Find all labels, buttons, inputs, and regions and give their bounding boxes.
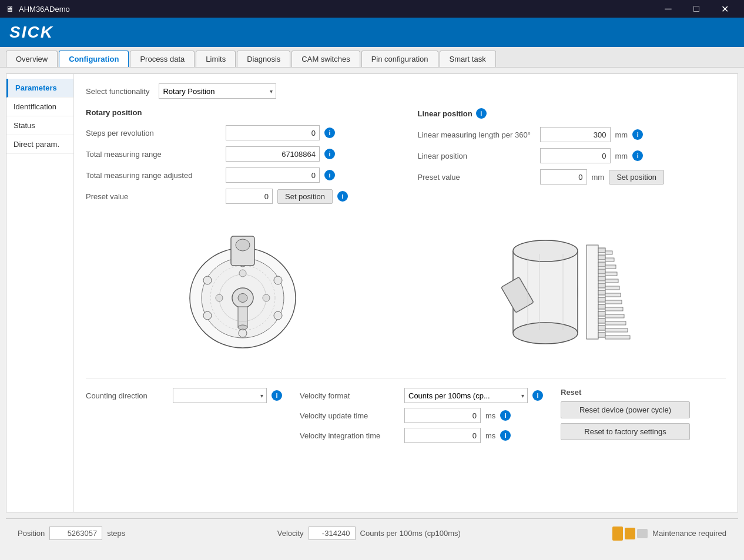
velocity-integration-time-row: Velocity integration time ms i xyxy=(300,428,543,443)
svg-point-6 xyxy=(203,276,212,284)
svg-rect-42 xyxy=(605,265,616,269)
velocity-status-item: Velocity -314240 Counts per 100ms (cp100… xyxy=(277,527,461,540)
app-icon: 🖥 xyxy=(6,4,14,14)
title-bar: 🖥 AHM36ADemo ─ □ ✕ xyxy=(0,0,744,18)
tab-configuration[interactable]: Configuration xyxy=(59,51,129,67)
rotary-section: Rotary position Steps per revolution i T… xyxy=(86,108,394,210)
velocity-integration-time-info-icon[interactable]: i xyxy=(500,430,511,441)
svg-point-3 xyxy=(238,294,247,303)
sidebar-item-direct-param[interactable]: Direct param. xyxy=(6,135,73,154)
title-bar-left: 🖥 AHM36ADemo xyxy=(6,4,70,14)
inner-layout: Parameters Identification Status Direct … xyxy=(6,74,738,512)
reset-factory-button[interactable]: Reset to factory settings xyxy=(561,423,690,440)
svg-point-18 xyxy=(239,270,246,277)
linear-position-info-icon[interactable]: i xyxy=(632,150,643,161)
svg-rect-41 xyxy=(605,258,614,261)
functionality-dropdown-wrapper: Rotary Position Linear Position Velocity… xyxy=(159,83,276,99)
velocity-format-select[interactable]: Counts per 100ms (cp... RPM Hz xyxy=(404,388,528,403)
svg-rect-43 xyxy=(605,272,617,276)
svg-rect-46 xyxy=(605,293,621,297)
content-panel: Select functionality Rotary Position Lin… xyxy=(74,74,738,512)
svg-rect-52 xyxy=(605,336,630,339)
linear-position-unit: mm xyxy=(615,152,628,160)
total-measuring-range-info-icon[interactable]: i xyxy=(324,149,335,159)
brand-bar: SICK xyxy=(0,18,744,47)
rotary-preset-value-input[interactable] xyxy=(226,189,273,204)
linear-position-label: Linear position xyxy=(418,152,535,160)
linear-preset-value-row: Preset value mm Set position xyxy=(418,169,726,185)
total-measuring-range-input[interactable] xyxy=(226,146,320,162)
svg-rect-47 xyxy=(605,300,622,304)
total-measuring-range-label: Total measuring range xyxy=(86,150,221,159)
svg-point-17 xyxy=(263,294,270,301)
total-measuring-range-adjusted-info-icon[interactable]: i xyxy=(324,170,335,180)
velocity-update-time-row: Velocity update time ms i xyxy=(300,408,543,423)
svg-rect-39 xyxy=(598,333,605,337)
svg-rect-37 xyxy=(598,318,605,323)
rotary-preset-value-label: Preset value xyxy=(86,192,221,201)
sidebar-item-identification[interactable]: Identification xyxy=(6,98,73,116)
svg-rect-35 xyxy=(598,304,605,309)
svg-rect-44 xyxy=(605,279,618,283)
svg-rect-4 xyxy=(238,307,247,327)
total-measuring-range-adjusted-row: Total measuring range adjusted i xyxy=(86,167,394,183)
device-images-row xyxy=(86,216,726,368)
svg-rect-32 xyxy=(598,283,605,288)
sidebar-item-status[interactable]: Status xyxy=(6,116,73,135)
tab-diagnosis[interactable]: Diagnosis xyxy=(237,51,290,67)
tab-process-data[interactable]: Process data xyxy=(130,51,195,67)
svg-rect-38 xyxy=(598,326,605,330)
counting-direction-info-icon[interactable]: i xyxy=(272,390,282,401)
tab-overview[interactable]: Overview xyxy=(6,51,58,67)
maint-bar-3 xyxy=(637,529,648,538)
velocity-format-label: Velocity format xyxy=(300,391,400,400)
velocity-integration-time-input[interactable] xyxy=(404,428,481,443)
linear-position-input[interactable] xyxy=(540,148,611,163)
steps-per-revolution-label: Steps per revolution xyxy=(86,129,221,138)
svg-rect-31 xyxy=(598,276,605,281)
svg-rect-26 xyxy=(587,245,598,339)
steps-per-revolution-info-icon[interactable]: i xyxy=(324,128,335,138)
tab-limits[interactable]: Limits xyxy=(196,51,236,67)
rotary-preset-info-icon[interactable]: i xyxy=(337,191,348,202)
close-button[interactable]: ✕ xyxy=(711,0,738,18)
linear-measuring-length-input[interactable] xyxy=(540,127,611,142)
title-bar-controls: ─ □ ✕ xyxy=(655,0,738,18)
linear-encoder-image xyxy=(412,216,726,368)
sidebar: Parameters Identification Status Direct … xyxy=(6,74,74,512)
velocity-format-info-icon[interactable]: i xyxy=(532,390,543,401)
reset-label: Reset xyxy=(561,388,690,397)
counting-direction-select[interactable]: CW CCW xyxy=(173,388,267,403)
tab-smart-task[interactable]: Smart task xyxy=(440,51,496,67)
svg-rect-29 xyxy=(598,262,605,267)
functionality-label: Select functionality xyxy=(86,87,149,96)
total-measuring-range-adjusted-input[interactable] xyxy=(226,167,320,183)
svg-rect-27 xyxy=(598,248,605,253)
velocity-update-time-input[interactable] xyxy=(404,408,481,423)
svg-point-9 xyxy=(274,311,282,320)
tab-pin-configuration[interactable]: Pin configuration xyxy=(361,51,438,67)
linear-measuring-length-info-icon[interactable]: i xyxy=(632,129,643,140)
tab-cam-switches[interactable]: CAM switches xyxy=(291,51,360,67)
svg-rect-48 xyxy=(605,307,623,311)
linear-set-position-button[interactable]: Set position xyxy=(609,170,664,185)
rotary-set-position-button[interactable]: Set position xyxy=(277,189,333,204)
reset-device-button[interactable]: Reset device (power cycle) xyxy=(561,401,690,418)
maint-bar-2 xyxy=(625,528,635,539)
linear-position-row: Linear position mm i xyxy=(418,148,726,163)
steps-per-revolution-row: Steps per revolution i xyxy=(86,125,394,140)
functionality-select[interactable]: Rotary Position Linear Position Velocity xyxy=(159,83,276,99)
sidebar-item-parameters[interactable]: Parameters xyxy=(6,79,73,98)
tab-bar: Overview Configuration Process data Limi… xyxy=(0,47,744,68)
linear-preset-value-input[interactable] xyxy=(540,169,587,185)
linear-title-info-icon[interactable]: i xyxy=(476,108,487,119)
steps-per-revolution-input[interactable] xyxy=(226,125,320,140)
velocity-status-value: -314240 xyxy=(309,527,356,540)
restore-button[interactable]: □ xyxy=(683,0,710,18)
minimize-button[interactable]: ─ xyxy=(655,0,682,18)
linear-preset-value-label: Preset value xyxy=(418,173,535,182)
velocity-update-time-info-icon[interactable]: i xyxy=(500,410,511,421)
linear-preset-unit: mm xyxy=(592,173,605,182)
counting-direction-dropdown-wrapper: CW CCW ▾ xyxy=(173,388,267,403)
svg-point-24 xyxy=(513,323,578,344)
